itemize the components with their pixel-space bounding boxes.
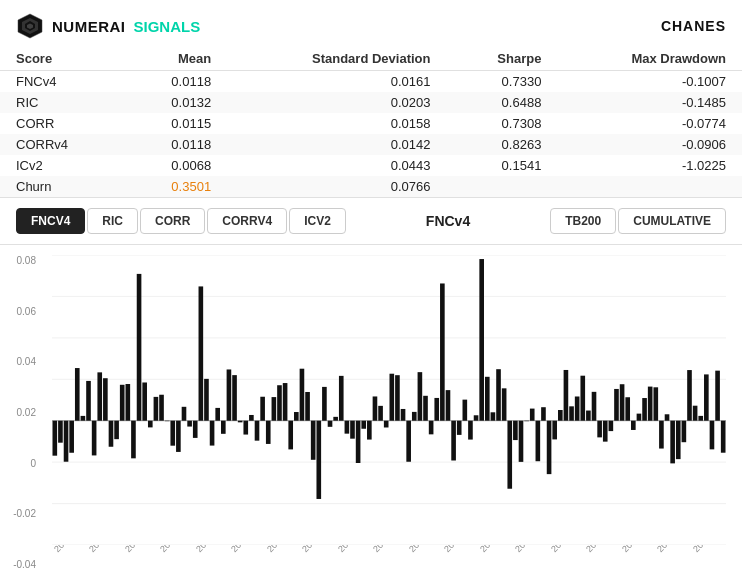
bar [243,421,248,435]
table-row: CORRv40.01180.01420.8263-0.0906 [0,134,742,155]
tab-btn-fncv4[interactable]: FNCV4 [16,208,85,234]
x-axis-label: 20211029 [655,545,690,554]
col-std: Standard Deviation [227,48,446,71]
bar [148,421,153,428]
header: NUMERAI SIGNALS CHANES [0,0,742,48]
table-cell: -1.0225 [557,155,742,176]
bar [507,421,512,489]
x-axis-label: 20220506 [691,545,726,554]
tab-btn-corr[interactable]: CORR [140,208,205,234]
table-cell: -0.1007 [557,71,742,93]
bar [446,390,451,421]
y-axis-label: -0.02 [13,508,36,519]
x-axis-label: 20140725 [158,545,193,554]
bar [592,392,597,421]
x-axis-label: 20130712 [87,545,122,554]
table-cell: 0.0132 [122,92,227,113]
x-axis-label: 20210423 [620,545,655,554]
bar [142,382,147,420]
tab-btn-tb200[interactable]: TB200 [550,208,616,234]
table-row: CORR0.01150.01580.7308-0.0774 [0,113,742,134]
table-cell: 0.0158 [227,113,446,134]
bar [126,384,131,421]
logo: NUMERAI SIGNALS [16,12,200,40]
bar [361,421,366,429]
bar [586,411,591,421]
bar [221,421,226,434]
bar [86,381,91,421]
y-axis-label: 0.04 [17,356,36,367]
bar [176,421,181,452]
tab-btn-ric[interactable]: RIC [87,208,138,234]
bar [109,421,114,447]
col-mean: Mean [122,48,227,71]
x-axis-label: 20170224 [336,545,371,554]
bar [120,385,125,421]
bar [715,371,720,421]
bar [558,410,563,421]
bar [103,378,108,420]
x-axis-label: 20180309 [407,545,442,554]
user-name: CHANES [661,18,726,34]
bar [159,395,164,421]
table-cell: CORR [0,113,122,134]
bar [682,421,687,443]
bar [457,421,462,435]
bar [182,407,187,421]
bar [547,421,552,474]
bar [687,370,692,421]
tab-btn-corrv4[interactable]: CORRV4 [207,208,287,234]
bar [384,421,389,428]
table-cell: 0.1541 [446,155,557,176]
logo-numerai-text: NUMERAI [52,18,126,35]
x-axis-label: 20190927 [513,545,548,554]
chart-area: 0.080.060.040.020-0.02-0.04 201301042013… [0,245,742,575]
tabs-row: FNCV4RICCORRCORRV4ICV2 FNCv4 TB200CUMULA… [0,197,742,245]
bar [154,397,159,421]
x-axis-label: 20140117 [123,545,158,554]
bar [58,421,63,443]
tab-btn-cumulative[interactable]: CUMULATIVE [618,208,726,234]
table-cell: 0.0766 [227,176,446,197]
bar [406,421,411,462]
table-cell: 0.8263 [446,134,557,155]
logo-signals-text: SIGNALS [134,18,201,35]
bar [199,286,204,420]
bar [249,415,254,421]
bar [294,412,299,421]
bar [676,421,681,459]
bar [305,392,310,421]
bar [64,421,69,462]
table-cell: 0.0118 [122,134,227,155]
tab-btn-icv2[interactable]: ICV2 [289,208,346,234]
bar [648,387,653,421]
tab-group-right: TB200CUMULATIVE [550,208,726,234]
bar [272,397,277,421]
table-cell [557,176,742,197]
bar [204,379,209,421]
y-axis-label: 0.08 [17,255,36,266]
bar [614,389,619,421]
x-axis-label: 20170801 [371,545,406,554]
bar [322,387,327,421]
bar [597,421,602,438]
bar [356,421,361,463]
bar [693,406,698,421]
bar [266,421,271,444]
bar [575,396,580,420]
table-cell: 0.6488 [446,92,557,113]
stats-header-row: Score Mean Standard Deviation Sharpe Max… [0,48,742,71]
x-axis-label: 20150130 [194,545,229,554]
bar [238,421,243,423]
col-maxdd: Max Drawdown [557,48,742,71]
bar [564,370,569,421]
table-cell: 0.0203 [227,92,446,113]
bar [333,417,338,421]
x-axis-label: 20180914 [442,545,477,554]
bar [479,259,484,421]
bar [288,421,293,450]
bar [215,408,220,421]
y-axis-label: 0.02 [17,407,36,418]
bar [395,375,400,421]
table-cell: 0.7330 [446,71,557,93]
